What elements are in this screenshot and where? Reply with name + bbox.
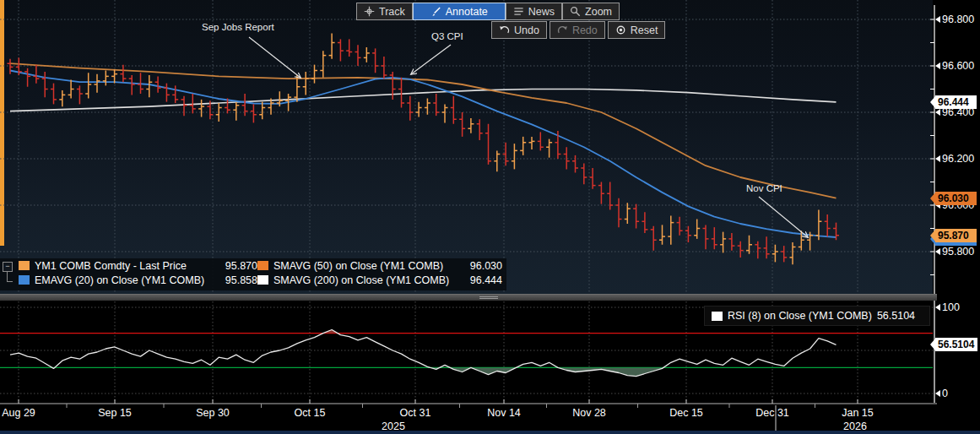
year-label-2025: 2025 <box>382 420 405 432</box>
legend-item-emavg20[interactable]: EMAVG (20) on Close (YM1 COMB) 95.858 <box>19 274 257 286</box>
rsi-legend[interactable]: RSI (8) on Close (YM1 COMB) 56.5104 <box>704 306 930 326</box>
date-label-Sep-30: Sep 30 <box>196 407 230 419</box>
rsi-tick-0: 0 <box>935 387 948 400</box>
date-label-Oct-15: Oct 15 <box>295 407 326 419</box>
date-label-Dec-31: Dec 31 <box>755 407 789 419</box>
legend-label: YM1 COMB Comdty - Last Price <box>35 260 217 272</box>
track-button[interactable]: Track <box>356 3 413 20</box>
undo-button[interactable]: Undo <box>491 21 547 39</box>
news-label: News <box>528 6 555 18</box>
smavg200-line[interactable] <box>10 90 837 111</box>
zoom-label: Zoom <box>585 6 612 18</box>
date-label-Sep-15: Sep 15 <box>98 407 132 419</box>
rsi-legend-value: 56.5104 <box>877 310 923 322</box>
track-icon <box>364 6 375 17</box>
undo-label: Undo <box>514 24 539 36</box>
date-label-Jan-15: Jan 15 <box>842 407 874 419</box>
pane-splitter[interactable] <box>0 294 937 301</box>
annotation-nov-cpi[interactable]: Nov CPI <box>746 183 782 193</box>
legend-tree-branch <box>7 271 13 282</box>
smavg50-swatch <box>257 261 268 270</box>
news-button[interactable]: News <box>506 3 562 20</box>
redo-icon <box>557 24 568 35</box>
date-label-Aug-29: Aug 29 <box>2 407 35 419</box>
annotation-sep-jobs-report[interactable]: Sep Jobs Report <box>202 22 274 32</box>
legend-item-last-price[interactable]: YM1 COMB Comdty - Last Price 95.870 <box>19 260 257 272</box>
last-price-marker: 95.870 <box>935 229 977 242</box>
chart-canvas[interactable]: Aug 29Sep 15Sep 30Oct 15Oct 31Nov 14Nov … <box>0 0 980 434</box>
last-price-swatch <box>19 261 30 270</box>
redo-button[interactable]: Redo <box>550 21 605 39</box>
legend-item-smavg50[interactable]: SMAVG (50) on Close (YM1 COMB) 96.030 <box>257 260 502 272</box>
rsi-line[interactable] <box>10 330 837 377</box>
date-label-Oct-31: Oct 31 <box>400 407 431 419</box>
reset-icon <box>615 24 626 35</box>
price-legend: YM1 COMB Comdty - Last Price 95.870 SMAV… <box>0 258 506 290</box>
legend-label: EMAVG (20) on Close (YM1 COMB) <box>35 274 217 286</box>
annotate-toolbar: Undo Redo Reset <box>491 21 665 39</box>
price-tick-96.200: 96.200 <box>935 152 974 165</box>
legend-value: 96.444 <box>462 274 502 286</box>
annotation-q3-cpi[interactable]: Q3 CPI <box>431 31 463 41</box>
rsi-value-marker: 56.5104 <box>935 338 977 351</box>
price-tick-96.600: 96.600 <box>935 59 974 73</box>
emavg20-line[interactable] <box>10 71 837 238</box>
legend-item-smavg200[interactable]: SMAVG (200) on Close (YM1 COMB) 96.444 <box>257 274 502 286</box>
year-label-2026: 2026 <box>843 420 867 432</box>
smavg200-swatch <box>257 275 268 285</box>
ohlc-bars[interactable] <box>8 34 840 265</box>
date-label-Dec-15: Dec 15 <box>669 407 703 419</box>
bloomberg-chart-window: Aug 29Sep 15Sep 30Oct 15Oct 31Nov 14Nov … <box>0 0 980 434</box>
magnifier-icon <box>570 6 581 17</box>
rsi-swatch <box>712 312 723 321</box>
legend-label: SMAVG (200) on Close (YM1 COMB) <box>273 274 462 286</box>
price-tick-95.800: 95.800 <box>935 245 974 258</box>
date-label-Nov-14: Nov 14 <box>487 407 521 419</box>
chart-toolbar: Track Annotate News Zoom <box>356 3 620 20</box>
gridlines <box>0 0 933 403</box>
zoom-button[interactable]: Zoom <box>562 3 620 20</box>
annotation-arrow[interactable] <box>249 37 300 78</box>
legend-value: 95.870 <box>217 260 257 272</box>
annotation-arrow[interactable] <box>411 45 451 74</box>
undo-icon <box>499 24 510 35</box>
legend-value: 95.858 <box>217 274 257 286</box>
date-label-Nov-28: Nov 28 <box>572 407 606 419</box>
reset-button[interactable]: Reset <box>608 21 666 39</box>
reset-label: Reset <box>631 24 658 36</box>
annotate-pencil-icon <box>430 6 441 17</box>
smavg50-value-marker: 96.030 <box>935 192 977 205</box>
track-label: Track <box>379 6 405 18</box>
smavg200-value-marker: 96.444 <box>935 95 977 109</box>
emavg20-swatch <box>19 275 30 285</box>
redo-label: Redo <box>572 24 598 36</box>
price-tick-96.800: 96.800 <box>935 13 974 26</box>
splitter-grip-icon <box>479 296 498 300</box>
rsi-legend-label: RSI (8) on Close (YM1 COMB) <box>728 310 872 322</box>
legend-label: SMAVG (50) on Close (YM1 COMB) <box>273 260 462 272</box>
annotate-label: Annotate <box>446 6 488 18</box>
news-lines-icon <box>513 6 524 17</box>
rsi-tick-100: 100 <box>935 301 960 314</box>
legend-value: 96.030 <box>462 260 502 272</box>
annotate-button[interactable]: Annotate <box>413 3 506 20</box>
